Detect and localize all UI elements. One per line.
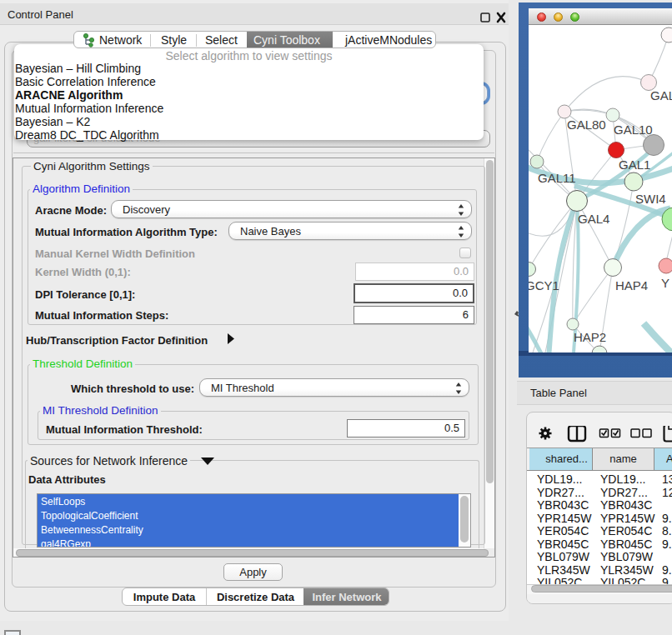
svg-text:GCY1: GCY1	[529, 278, 559, 292]
svg-text:HAP4: HAP4	[615, 278, 648, 292]
svg-text:GAL10: GAL10	[614, 122, 653, 137]
svg-text:GAL4: GAL4	[578, 212, 609, 226]
svg-text:HAP2: HAP2	[574, 330, 606, 344]
svg-text:GAL11: GAL11	[538, 171, 576, 185]
svg-text:GAL80: GAL80	[567, 118, 606, 132]
svg-text:GAL7: GAL7	[650, 88, 672, 102]
svg-text:Y: Y	[661, 276, 669, 290]
svg-text:SWI4: SWI4	[635, 192, 666, 206]
svg-text:GAL1: GAL1	[619, 158, 650, 172]
